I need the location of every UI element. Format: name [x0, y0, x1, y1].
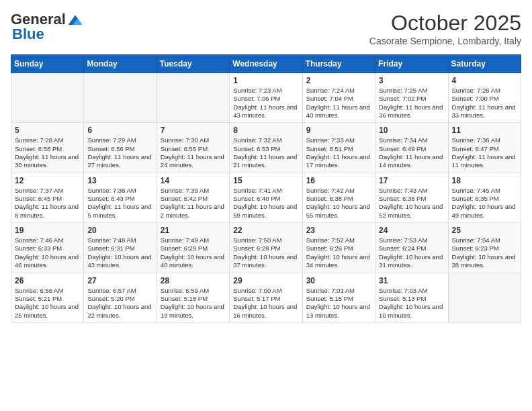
day-number: 28: [161, 276, 226, 285]
logo-icon: [67, 13, 83, 26]
day-info: Sunrise: 7:24 AM: [306, 87, 371, 95]
day-info: Daylight: 10 hours and 59 minutes.: [233, 203, 298, 220]
day-number: 31: [379, 276, 444, 285]
day-info: Sunrise: 7:03 AM: [379, 287, 444, 295]
weekday-header: Saturday: [448, 55, 521, 73]
day-info: Sunset: 5:17 PM: [233, 295, 298, 303]
calendar-cell: 7Sunrise: 7:30 AMSunset: 6:55 PMDaylight…: [157, 123, 229, 173]
day-number: 19: [15, 226, 80, 235]
calendar-cell: 12Sunrise: 7:37 AMSunset: 6:45 PMDayligh…: [11, 173, 84, 222]
calendar-cell: 19Sunrise: 7:46 AMSunset: 6:33 PMDayligh…: [11, 223, 84, 273]
day-number: 18: [452, 176, 517, 185]
day-number: 29: [233, 276, 298, 285]
day-info: Daylight: 10 hours and 49 minutes.: [452, 203, 517, 220]
day-info: Sunrise: 7:01 AM: [306, 287, 371, 295]
day-number: 4: [452, 76, 517, 85]
day-info: Daylight: 11 hours and 2 minutes.: [161, 203, 226, 220]
day-info: Sunrise: 7:45 AM: [452, 187, 517, 195]
day-info: Daylight: 10 hours and 40 minutes.: [161, 253, 226, 270]
day-info: Sunset: 6:55 PM: [161, 145, 226, 153]
day-info: Daylight: 10 hours and 10 minutes.: [379, 303, 444, 320]
day-number: 23: [306, 226, 371, 235]
calendar-cell: 18Sunrise: 7:45 AMSunset: 6:35 PMDayligh…: [448, 173, 521, 222]
day-number: 10: [379, 126, 444, 135]
day-info: Sunset: 5:18 PM: [161, 295, 226, 303]
day-info: Sunset: 5:20 PM: [87, 295, 152, 303]
weekday-header: Friday: [375, 55, 448, 73]
day-number: 21: [161, 226, 226, 235]
day-info: Sunset: 5:15 PM: [306, 295, 371, 303]
calendar-cell: 11Sunrise: 7:36 AMSunset: 6:47 PMDayligh…: [448, 123, 521, 173]
day-info: Sunrise: 7:36 AM: [452, 136, 517, 144]
day-info: Sunrise: 6:56 AM: [15, 287, 80, 295]
day-info: Daylight: 10 hours and 28 minutes.: [452, 253, 517, 270]
day-info: Daylight: 11 hours and 24 minutes.: [161, 153, 226, 170]
day-info: Sunset: 6:53 PM: [233, 145, 298, 153]
day-info: Daylight: 11 hours and 5 minutes.: [87, 203, 152, 220]
day-info: Sunrise: 7:33 AM: [306, 136, 371, 144]
calendar-cell: [11, 73, 84, 123]
month-title: October 2025: [369, 11, 521, 36]
logo-blue-text: Blue: [12, 26, 44, 43]
calendar-week-row: 5Sunrise: 7:28 AMSunset: 6:58 PMDaylight…: [11, 123, 521, 173]
day-info: Sunrise: 7:32 AM: [233, 136, 298, 144]
calendar-cell: 25Sunrise: 7:54 AMSunset: 6:23 PMDayligh…: [448, 223, 521, 273]
day-info: Daylight: 10 hours and 43 minutes.: [87, 253, 152, 270]
calendar-cell: 15Sunrise: 7:41 AMSunset: 6:40 PMDayligh…: [230, 173, 302, 222]
calendar-week-row: 19Sunrise: 7:46 AMSunset: 6:33 PMDayligh…: [11, 223, 521, 273]
day-number: 2: [306, 76, 371, 85]
day-number: 24: [379, 226, 444, 235]
day-info: Daylight: 11 hours and 11 minutes.: [452, 153, 517, 170]
day-info: Sunrise: 7:42 AM: [306, 187, 371, 195]
day-info: Daylight: 11 hours and 27 minutes.: [87, 153, 152, 170]
calendar-cell: 5Sunrise: 7:28 AMSunset: 6:58 PMDaylight…: [11, 123, 84, 173]
day-info: Daylight: 11 hours and 14 minutes.: [379, 153, 444, 170]
day-number: 12: [15, 176, 80, 185]
day-number: 26: [15, 276, 80, 285]
day-info: Sunrise: 7:53 AM: [379, 236, 444, 244]
calendar-cell: 21Sunrise: 7:49 AMSunset: 6:29 PMDayligh…: [157, 223, 229, 273]
day-info: Sunrise: 7:52 AM: [306, 236, 371, 244]
day-number: 14: [161, 176, 226, 185]
day-info: Sunrise: 7:34 AM: [379, 136, 444, 144]
day-info: Sunset: 6:29 PM: [161, 244, 226, 253]
day-info: Sunset: 7:00 PM: [452, 95, 517, 103]
day-info: Sunset: 6:33 PM: [15, 244, 80, 253]
weekday-header: Sunday: [11, 55, 84, 73]
day-info: Sunrise: 7:48 AM: [87, 236, 152, 244]
calendar-cell: [157, 73, 229, 123]
day-info: Sunset: 6:49 PM: [379, 145, 444, 153]
day-number: 7: [161, 126, 226, 135]
day-info: Daylight: 10 hours and 55 minutes.: [306, 203, 371, 220]
day-info: Sunset: 6:58 PM: [15, 145, 80, 153]
day-info: Daylight: 10 hours and 16 minutes.: [233, 303, 298, 320]
day-number: 30: [306, 276, 371, 285]
weekday-header: Monday: [84, 55, 157, 73]
day-info: Daylight: 11 hours and 8 minutes.: [15, 203, 80, 220]
day-info: Daylight: 11 hours and 17 minutes.: [306, 153, 371, 170]
day-number: 1: [233, 76, 298, 85]
day-info: Daylight: 11 hours and 33 minutes.: [452, 103, 517, 120]
day-info: Sunset: 6:45 PM: [15, 195, 80, 203]
day-info: Sunrise: 7:43 AM: [379, 187, 444, 195]
day-info: Sunrise: 7:49 AM: [161, 236, 226, 244]
calendar-cell: 13Sunrise: 7:38 AMSunset: 6:43 PMDayligh…: [84, 173, 157, 222]
day-info: Daylight: 10 hours and 31 minutes.: [379, 253, 444, 270]
day-info: Sunset: 7:06 PM: [233, 95, 298, 103]
calendar-cell: 1Sunrise: 7:23 AMSunset: 7:06 PMDaylight…: [230, 73, 302, 123]
calendar-cell: 22Sunrise: 7:50 AMSunset: 6:28 PMDayligh…: [230, 223, 302, 273]
day-number: 5: [15, 126, 80, 135]
day-info: Sunrise: 7:23 AM: [233, 87, 298, 95]
day-info: Daylight: 11 hours and 21 minutes.: [233, 153, 298, 170]
calendar-cell: 31Sunrise: 7:03 AMSunset: 5:13 PMDayligh…: [375, 273, 448, 322]
day-info: Daylight: 10 hours and 37 minutes.: [233, 253, 298, 270]
calendar-cell: 8Sunrise: 7:32 AMSunset: 6:53 PMDaylight…: [230, 123, 302, 173]
day-number: 17: [379, 176, 444, 185]
calendar-cell: 6Sunrise: 7:29 AMSunset: 6:56 PMDaylight…: [84, 123, 157, 173]
day-number: 27: [87, 276, 152, 285]
day-info: Sunrise: 7:54 AM: [452, 236, 517, 244]
day-info: Daylight: 10 hours and 22 minutes.: [87, 303, 152, 320]
day-info: Daylight: 10 hours and 25 minutes.: [15, 303, 80, 320]
day-number: 8: [233, 126, 298, 135]
day-number: 20: [87, 226, 152, 235]
